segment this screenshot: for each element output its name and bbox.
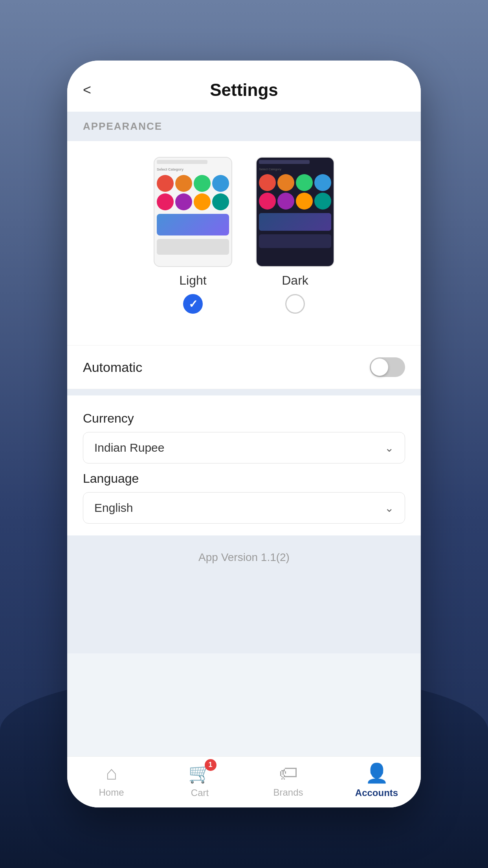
- toggle-knob: [371, 359, 388, 376]
- dark-theme-label: Dark: [282, 273, 308, 288]
- dark-theme-radio[interactable]: [285, 294, 305, 314]
- home-icon: ⌂: [106, 762, 117, 784]
- accounts-icon: 👤: [365, 762, 389, 784]
- currency-language-section: Currency Indian Rupee ⌄ Language English…: [67, 395, 421, 535]
- light-theme-option[interactable]: Select Category: [154, 157, 232, 314]
- dark-theme-preview: Select Category: [256, 157, 334, 267]
- page-title: Settings: [210, 80, 278, 100]
- version-section: App Version 1.1(2): [67, 535, 421, 653]
- language-label: Language: [83, 471, 405, 486]
- nav-accounts[interactable]: 👤 Accounts: [353, 762, 400, 798]
- settings-content: APPEARANCE Select Category: [67, 112, 421, 756]
- accounts-label: Accounts: [355, 787, 398, 798]
- appearance-section-header: APPEARANCE: [67, 112, 421, 141]
- phone-frame: < Settings APPEARANCE Select Category: [67, 61, 421, 807]
- currency-dropdown[interactable]: Indian Rupee ⌄: [83, 432, 405, 463]
- light-theme-label: Light: [179, 273, 206, 288]
- nav-brands[interactable]: 🏷 Brands: [265, 762, 312, 798]
- currency-label: Currency: [83, 411, 405, 426]
- theme-options: Select Category: [83, 157, 405, 314]
- currency-value: Indian Rupee: [94, 441, 164, 454]
- light-theme-preview: Select Category: [154, 157, 232, 267]
- header: < Settings: [67, 61, 421, 112]
- currency-chevron-icon: ⌄: [385, 441, 394, 454]
- nav-cart[interactable]: 🛒 1 Cart: [176, 762, 224, 798]
- automatic-label: Automatic: [83, 360, 142, 375]
- language-chevron-icon: ⌄: [385, 502, 394, 515]
- automatic-toggle[interactable]: [370, 357, 405, 377]
- home-label: Home: [99, 787, 124, 798]
- back-button[interactable]: <: [83, 82, 91, 98]
- bottom-nav: ⌂ Home 🛒 1 Cart 🏷 Brands 👤 Accounts: [67, 756, 421, 807]
- brands-label: Brands: [273, 787, 303, 798]
- language-dropdown[interactable]: English ⌄: [83, 492, 405, 524]
- section-divider: [67, 389, 421, 395]
- automatic-row: Automatic: [67, 345, 421, 389]
- dark-theme-option[interactable]: Select Category: [256, 157, 334, 314]
- cart-icon: 🛒 1: [188, 762, 212, 784]
- brands-icon: 🏷: [279, 762, 298, 784]
- appearance-section: Select Category: [67, 141, 421, 345]
- version-text: App Version 1.1(2): [83, 551, 405, 564]
- cart-badge: 1: [205, 759, 216, 771]
- light-theme-radio[interactable]: [183, 294, 203, 314]
- language-value: English: [94, 501, 133, 515]
- nav-home[interactable]: ⌂ Home: [88, 762, 135, 798]
- cart-label: Cart: [191, 787, 209, 798]
